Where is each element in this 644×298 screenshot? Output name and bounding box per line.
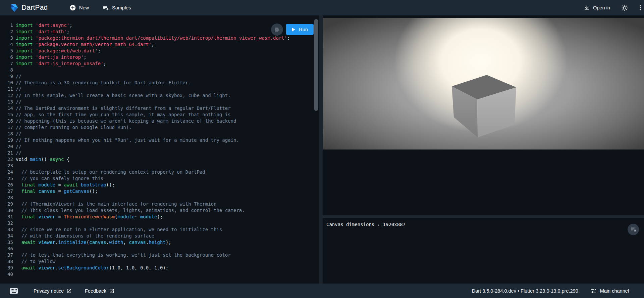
code-line[interactable]: 3import 'package:thermion_dart/thermion_… [0, 35, 319, 41]
line-number: 6 [0, 54, 16, 60]
code-line[interactable]: 9// [0, 73, 319, 80]
line-content: // The DartPad environment is slightly d… [16, 105, 231, 112]
line-content: // compiler running on Google Cloud Run)… [16, 124, 132, 131]
code-line[interactable]: 17// compiler running on Google Cloud Ru… [0, 124, 319, 131]
channel-selector[interactable]: Main channel [590, 288, 629, 294]
line-number: 32 [0, 220, 16, 226]
editor-scrollbar-thumb[interactable] [314, 19, 318, 111]
code-line[interactable]: 36 [0, 246, 319, 252]
line-number: 23 [0, 163, 16, 169]
keyboard-icon [9, 288, 18, 294]
line-content: import 'dart:js_interop_unsafe'; [16, 60, 106, 67]
code-line[interactable]: 31 final viewer = ThermionViewerWasm(mod… [0, 214, 319, 220]
panel-splitter[interactable] [319, 15, 323, 284]
line-content: // In this sample, we'll create a basic … [16, 92, 231, 99]
line-number: 2 [0, 29, 16, 35]
code-line[interactable]: 18// [0, 131, 319, 137]
code-line[interactable]: 5import 'package:web/web.dart'; [0, 48, 319, 54]
download-icon [584, 5, 590, 11]
format-code-button[interactable] [271, 24, 283, 36]
line-content: // with the dimensions of the rendering … [16, 233, 154, 239]
run-button[interactable]: Run [286, 24, 314, 35]
run-button-label: Run [299, 27, 308, 32]
line-number: 8 [0, 67, 16, 73]
keyboard-shortcuts-button[interactable] [9, 284, 18, 298]
line-number: 12 [0, 92, 16, 99]
code-line[interactable]: 22void main() async { [0, 156, 319, 163]
code-line[interactable]: 40 [0, 271, 319, 278]
code-line[interactable]: 21// [0, 150, 319, 156]
play-icon [292, 28, 295, 32]
code-line[interactable]: 28 [0, 195, 319, 201]
line-number: 10 [0, 80, 16, 86]
line-number: 34 [0, 233, 16, 239]
code-line[interactable]: 26 final module = await bootstrap(); [0, 182, 319, 188]
privacy-notice-link[interactable]: Privacy notice [34, 284, 72, 298]
dartpad-logo-icon [10, 3, 19, 12]
new-button[interactable]: New [69, 0, 89, 15]
line-number: 5 [0, 48, 16, 54]
code-line[interactable]: 13// [0, 99, 319, 105]
code-line[interactable]: 30 // This class lets you load assets, l… [0, 207, 319, 214]
code-line[interactable]: 19// If nothing happens when you hit "Ru… [0, 137, 319, 143]
code-line[interactable]: 14// The DartPad environment is slightly… [0, 105, 319, 112]
code-line[interactable]: 12// In this sample, we'll create a basi… [0, 92, 319, 99]
code-line[interactable]: 11// [0, 86, 319, 92]
execution-panel: Canvas dimensions : 644x298 [323, 15, 644, 284]
open-in-button[interactable]: Open in [584, 0, 610, 15]
code-line[interactable]: 34 // with the dimensions of the renderi… [0, 233, 319, 239]
line-content: await viewer.setBackgroundColor(1.0, 1.0… [16, 265, 168, 271]
new-button-label: New [79, 5, 89, 10]
samples-button[interactable]: Samples [102, 0, 131, 15]
code-line[interactable]: 38 // to yellow [0, 258, 319, 265]
overflow-menu-button[interactable] [637, 4, 644, 11]
code-line[interactable]: 4import 'package:vector_math/vector_math… [0, 41, 319, 48]
code-line[interactable]: 25 // you can safely ignore this [0, 175, 319, 182]
console-divider[interactable] [323, 215, 644, 218]
code-line[interactable]: 6import 'dart:js_interop'; [0, 54, 319, 60]
line-content: // [16, 131, 21, 137]
code-area[interactable]: 1import 'dart:async';2import 'dart:math'… [0, 22, 319, 278]
code-line[interactable]: 24 // boilerplate to setup our rendering… [0, 169, 319, 175]
code-line[interactable]: 35 await viewer.initialize(canvas.width,… [0, 239, 319, 246]
line-number: 30 [0, 207, 16, 214]
render-canvas[interactable] [323, 18, 644, 150]
line-number: 11 [0, 86, 16, 92]
more-vert-icon [637, 4, 644, 11]
line-number: 7 [0, 60, 16, 67]
line-content: // [16, 99, 21, 105]
tune-icon [590, 288, 597, 294]
code-line[interactable]: 20// [0, 143, 319, 150]
code-line[interactable]: 39 await viewer.setBackgroundColor(1.0, … [0, 265, 319, 271]
line-content: // to test that everything is working, w… [16, 252, 231, 258]
code-line[interactable]: 16// happening (this is because we aren'… [0, 118, 319, 124]
line-number: 26 [0, 182, 16, 188]
code-line[interactable]: 7import 'dart:js_interop_unsafe'; [0, 60, 319, 67]
theme-brightness-button[interactable] [621, 4, 628, 11]
line-content: // Thermion is a 3D rendering toolkit fo… [16, 80, 191, 86]
code-line[interactable]: 10// Thermion is a 3D rendering toolkit … [0, 80, 319, 86]
line-number: 9 [0, 73, 16, 80]
code-line[interactable]: 37 // to test that everything is working… [0, 252, 319, 258]
code-line[interactable]: 23 [0, 163, 319, 169]
playlist-add-icon [102, 4, 109, 11]
code-line[interactable]: 15// app, so the first time you run this… [0, 112, 319, 118]
code-editor-panel[interactable]: 1import 'dart:async';2import 'dart:math'… [0, 15, 319, 284]
code-line[interactable]: 27 final canvas = getCanvas(); [0, 188, 319, 195]
line-number: 18 [0, 131, 16, 137]
code-line[interactable]: 32 [0, 220, 319, 226]
line-content: final canvas = getCanvas(); [16, 188, 98, 195]
feedback-link[interactable]: Feedback [85, 284, 114, 298]
code-line[interactable]: 33 // since we're not in a Flutter appli… [0, 226, 319, 233]
line-number: 13 [0, 99, 16, 105]
clear-console-button[interactable] [628, 224, 639, 235]
clear-console-icon [630, 226, 636, 232]
external-link-icon [66, 288, 72, 294]
console-panel: Canvas dimensions : 644x298 [323, 218, 644, 284]
code-line[interactable]: 29 // [ThermionViewer] is the main inter… [0, 201, 319, 207]
code-line[interactable]: 8 [0, 67, 319, 73]
line-content: import 'dart:js_interop'; [16, 54, 87, 60]
line-content: import 'package:vector_math/vector_math_… [16, 41, 154, 48]
console-output: Canvas dimensions : 644x298 [326, 222, 406, 227]
samples-button-label: Samples [112, 5, 131, 10]
